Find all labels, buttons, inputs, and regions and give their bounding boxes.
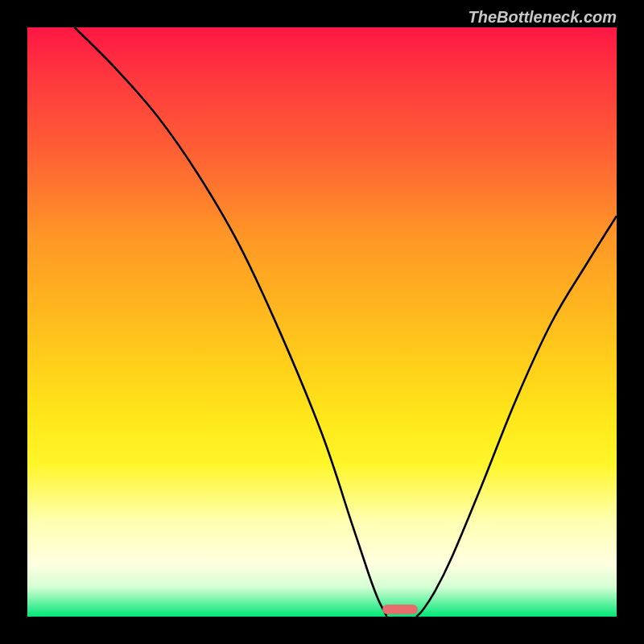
- optimal-marker: [382, 605, 418, 614]
- bottleneck-gradient: [27, 27, 617, 617]
- watermark-text: TheBottleneck.com: [469, 8, 617, 27]
